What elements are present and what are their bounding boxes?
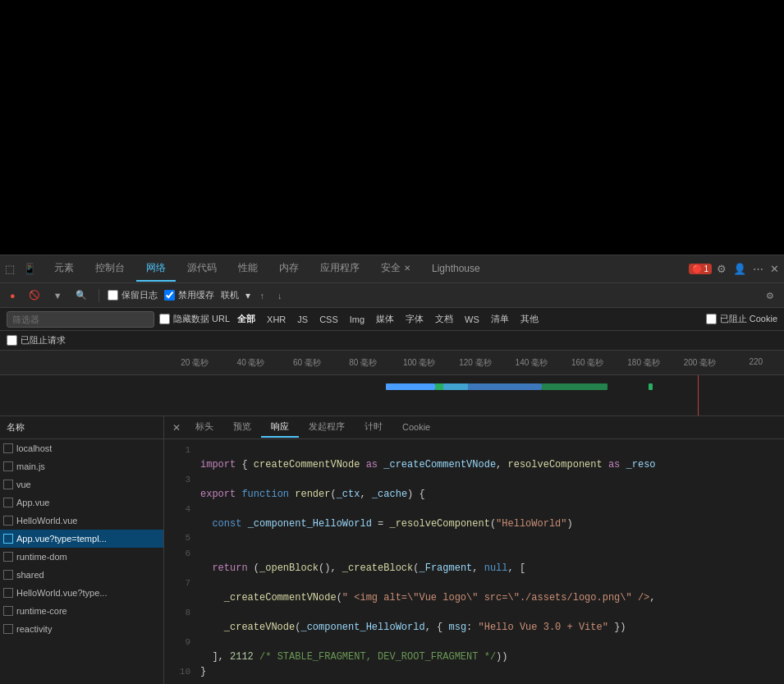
tab-network[interactable]: 网络	[136, 256, 176, 282]
file-icon-main-js	[3, 461, 13, 471]
devtools-tab-bar: ⬚ 📱 元素 控制台 网络 源代码 性能 内存 应用程序 安全 ✕ Lighth…	[0, 255, 784, 283]
filter-tag-css[interactable]: CSS	[315, 314, 342, 325]
file-icon-helloworld-type	[3, 588, 13, 598]
disable-cache-checkbox-label[interactable]: 禁用缓存	[164, 289, 214, 301]
tab-security[interactable]: 安全 ✕	[371, 256, 420, 282]
inner-tab-initiator[interactable]: 发起程序	[299, 417, 355, 438]
filter-tag-other[interactable]: 其他	[516, 312, 543, 326]
code-area[interactable]: 1 import { createCommentVNode as _create…	[164, 439, 784, 684]
close-devtools-icon[interactable]: ✕	[768, 261, 781, 277]
file-item-app-vue-type[interactable]: App.vue?type=templ...	[0, 530, 163, 548]
more-icon[interactable]: ⋯	[751, 261, 765, 277]
timeline-label-40: 40 毫秒	[222, 357, 278, 369]
code-line-5: 5	[164, 531, 784, 546]
file-item-app-vue[interactable]: App.vue	[0, 493, 163, 512]
preserve-log-checkbox-label[interactable]: 保留日志	[108, 289, 158, 301]
network-settings-button[interactable]: ⚙	[763, 289, 777, 302]
file-item-runtime-core[interactable]: runtime-core	[0, 602, 163, 620]
filter-tag-manifest[interactable]: 清单	[487, 312, 513, 326]
toolbar-row: ● 🚫 ▼ 🔍 保留日志 禁用缓存 联机 ▾ ↑ ↓ ⚙	[0, 283, 784, 308]
browser-viewport	[0, 0, 784, 255]
online-dropdown-label: 联机	[221, 289, 239, 301]
disable-cache-checkbox[interactable]	[164, 290, 175, 301]
filter-tag-ws[interactable]: WS	[461, 314, 484, 325]
file-item-helloworld-type[interactable]: HelloWorld.vue?type...	[0, 584, 163, 602]
filter-tag-xhr[interactable]: XHR	[263, 314, 290, 325]
file-item-localhost[interactable]: localhost	[0, 439, 163, 457]
inner-tab-close-button[interactable]: ✕	[167, 422, 186, 434]
timeline-label-220: 220	[728, 357, 784, 369]
profile-icon[interactable]: 👤	[731, 261, 748, 277]
code-line-4: 4 const _component_HelloWorld = _resolve…	[164, 502, 784, 531]
file-icon-runtime-core	[3, 606, 13, 616]
file-item-shared[interactable]: shared	[0, 566, 163, 584]
tab-elements[interactable]: 元素	[44, 256, 84, 282]
file-icon-localhost	[3, 443, 13, 453]
tab-lighthouse[interactable]: Lighthouse	[422, 258, 490, 281]
blocked-requests-checkbox[interactable]	[7, 335, 17, 346]
code-line-8: 8 _createVNode(_component_HelloWorld, { …	[164, 605, 784, 635]
filter-tag-all[interactable]: 全部	[233, 312, 259, 326]
inspect-icon[interactable]: ⬚	[3, 261, 16, 277]
search-button[interactable]: 🔍	[72, 288, 90, 302]
file-item-main-js[interactable]: main.js	[0, 457, 163, 475]
inner-tab-cookie[interactable]: Cookie	[392, 419, 440, 437]
record-button[interactable]: ●	[7, 289, 19, 302]
filter-tag-img[interactable]: Img	[346, 314, 369, 325]
filter-tag-font[interactable]: 字体	[401, 312, 428, 326]
upload-throttle-button[interactable]: ↑	[257, 289, 268, 302]
dropdown-arrow[interactable]: ▾	[245, 290, 250, 301]
filter-tag-media[interactable]: 媒体	[372, 312, 398, 326]
hide-data-url-checkbox[interactable]	[159, 314, 170, 324]
download-throttle-button[interactable]: ↓	[274, 289, 286, 302]
request-bar-1	[386, 383, 435, 390]
file-item-vue[interactable]: vue	[0, 475, 163, 493]
file-list-col-name: 名称	[7, 421, 25, 434]
tab-console[interactable]: 控制台	[85, 256, 135, 282]
file-icon-runtime-dom	[3, 552, 13, 562]
stop-button[interactable]: 🚫	[25, 288, 44, 302]
file-item-runtime-dom[interactable]: runtime-dom	[0, 548, 163, 566]
filter-button[interactable]: ▼	[50, 289, 66, 302]
tab-memory[interactable]: 内存	[269, 256, 309, 282]
filter-tag-js[interactable]: JS	[293, 314, 312, 325]
file-icon-helloworld-vue	[3, 516, 13, 526]
inner-tab-headers[interactable]: 标头	[186, 417, 223, 438]
filter-tag-doc[interactable]: 文档	[431, 312, 457, 326]
timeline-label-200: 200 毫秒	[672, 357, 727, 369]
request-bar-3	[443, 383, 542, 390]
inner-tab-response[interactable]: 响应	[261, 417, 299, 438]
code-line-3: 3 export function render(_ctx, _cache) {	[164, 472, 784, 502]
device-icon[interactable]: 📱	[21, 261, 38, 277]
blocked-requests-label[interactable]: 已阻止请求	[7, 334, 66, 347]
file-icon-app-vue-type	[3, 534, 13, 544]
toolbar-right: ⚙	[763, 290, 777, 301]
code-line-6: 6 return (_openBlock(), _createBlock(_Fr…	[164, 546, 784, 576]
devtools-panel: ⬚ 📱 元素 控制台 网络 源代码 性能 内存 应用程序 安全 ✕ Lighth…	[0, 255, 784, 684]
file-list: localhost main.js vue App.vue HelloWorld…	[0, 439, 163, 684]
inner-tab-preview[interactable]: 预览	[223, 417, 261, 438]
request-bar-5	[649, 383, 653, 390]
filter-input[interactable]	[7, 311, 154, 328]
timeline-label-140: 140 毫秒	[503, 357, 559, 369]
file-icon-vue	[3, 480, 13, 489]
timeline-row: 20 毫秒 40 毫秒 60 毫秒 80 毫秒 100 毫秒 120 毫秒 14…	[0, 351, 784, 375]
inner-tab-timing[interactable]: 计时	[355, 417, 392, 438]
hide-data-url-label[interactable]: 隐藏数据 URL	[159, 313, 230, 325]
file-icon-app-vue	[3, 498, 13, 507]
file-item-reactivity[interactable]: reactivity	[0, 620, 163, 638]
preserve-log-checkbox[interactable]	[108, 290, 118, 301]
settings-tab-icon[interactable]: ⚙	[715, 261, 728, 277]
toolbar-divider-1	[99, 289, 99, 302]
error-badge: 🔴 1	[689, 264, 712, 274]
tab-performance[interactable]: 性能	[228, 256, 268, 282]
code-line-1: 1 import { createCommentVNode as _create…	[164, 443, 784, 472]
tab-bar-icons: ⬚ 📱	[3, 261, 38, 277]
block-cookie-checkbox[interactable]	[706, 314, 717, 324]
timeline-label-120: 120 毫秒	[447, 357, 503, 369]
file-item-helloworld-vue[interactable]: HelloWorld.vue	[0, 512, 163, 530]
block-cookie-label[interactable]: 已阻止 Cookie	[706, 313, 777, 325]
tab-security-close[interactable]: ✕	[404, 264, 410, 273]
tab-application[interactable]: 应用程序	[310, 256, 369, 282]
tab-sources[interactable]: 源代码	[177, 256, 227, 282]
